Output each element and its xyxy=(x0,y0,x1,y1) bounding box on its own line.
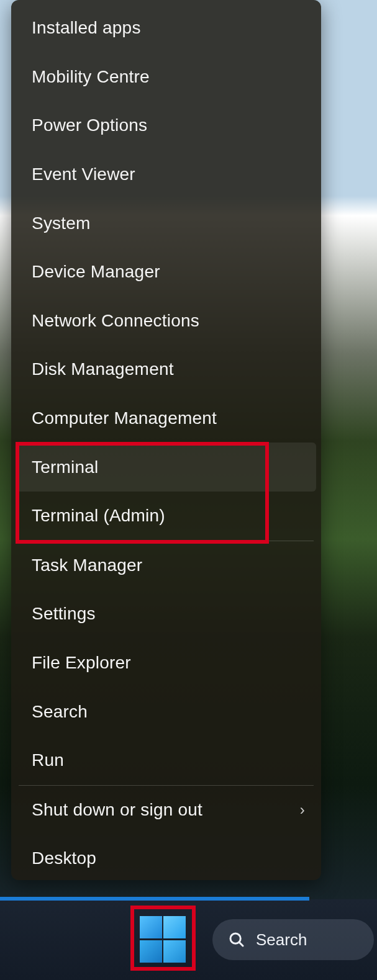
menu-run[interactable]: Run xyxy=(11,736,321,785)
windows-logo-icon xyxy=(140,940,162,963)
menu-item-label: System xyxy=(32,214,91,233)
menu-item-label: Desktop xyxy=(32,848,96,868)
menu-file-explorer[interactable]: File Explorer xyxy=(11,639,321,688)
menu-terminal-admin[interactable]: Terminal (Admin) xyxy=(11,492,321,541)
menu-item-label: Search xyxy=(32,702,88,722)
search-icon xyxy=(227,930,246,949)
menu-item-label: File Explorer xyxy=(32,653,131,673)
taskbar-search[interactable]: Search xyxy=(212,919,374,960)
windows-logo-icon xyxy=(163,916,186,938)
menu-item-label: Event Viewer xyxy=(32,164,135,184)
chevron-right-icon: › xyxy=(300,801,305,819)
menu-search[interactable]: Search xyxy=(11,687,321,736)
menu-event-viewer[interactable]: Event Viewer xyxy=(11,150,321,199)
menu-terminal[interactable]: Terminal xyxy=(16,443,316,492)
menu-desktop[interactable]: Desktop xyxy=(11,834,321,883)
menu-settings[interactable]: Settings xyxy=(11,590,321,639)
windows-logo-icon xyxy=(140,916,162,938)
menu-item-label: Terminal (Admin) xyxy=(32,506,165,526)
menu-item-label: Shut down or sign out xyxy=(32,800,202,820)
menu-device-manager[interactable]: Device Manager xyxy=(11,248,321,297)
menu-item-label: Network Connections xyxy=(32,311,199,331)
menu-power-options[interactable]: Power Options xyxy=(11,101,321,150)
menu-item-label: Task Manager xyxy=(32,555,142,575)
menu-item-label: Power Options xyxy=(32,115,147,135)
menu-system[interactable]: System xyxy=(11,199,321,248)
menu-item-label: Settings xyxy=(32,604,96,624)
menu-disk-management[interactable]: Disk Management xyxy=(11,345,321,394)
menu-computer-management[interactable]: Computer Management xyxy=(11,394,321,443)
desktop-wallpaper: Installed appsMobility CentrePower Optio… xyxy=(0,0,377,980)
menu-item-label: Terminal xyxy=(32,457,98,477)
menu-installed-apps[interactable]: Installed apps xyxy=(11,4,321,53)
menu-item-label: Device Manager xyxy=(32,262,160,282)
menu-network-connections[interactable]: Network Connections xyxy=(11,297,321,346)
start-button[interactable] xyxy=(139,915,188,964)
menu-task-manager[interactable]: Task Manager xyxy=(11,541,321,590)
menu-item-label: Mobility Centre xyxy=(32,67,150,87)
menu-item-label: Disk Management xyxy=(32,359,174,379)
taskbar-search-label: Search xyxy=(256,930,307,950)
winx-context-menu: Installed appsMobility CentrePower Optio… xyxy=(11,0,321,880)
menu-shutdown[interactable]: Shut down or sign out› xyxy=(11,786,321,835)
svg-line-1 xyxy=(239,942,243,946)
menu-item-label: Computer Management xyxy=(32,408,217,428)
menu-item-label: Installed apps xyxy=(32,18,141,38)
menu-mobility-centre[interactable]: Mobility Centre xyxy=(11,53,321,102)
menu-item-label: Run xyxy=(32,750,64,770)
windows-logo-icon xyxy=(163,940,186,963)
taskbar: Search xyxy=(0,899,377,980)
